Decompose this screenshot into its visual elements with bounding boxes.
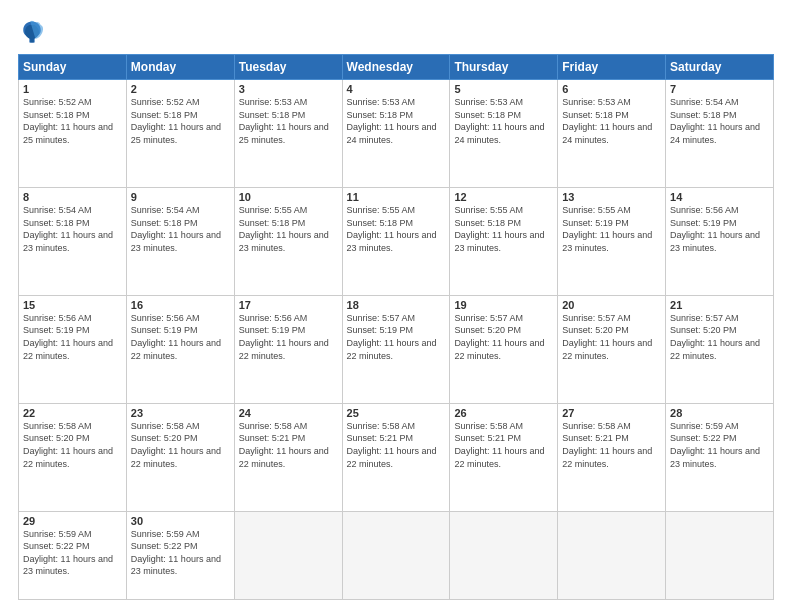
day-info: Sunrise: 5:58 AMSunset: 5:20 PMDaylight:… — [23, 421, 113, 469]
calendar-week-5: 29 Sunrise: 5:59 AMSunset: 5:22 PMDaylig… — [19, 511, 774, 599]
calendar-cell-20: 20 Sunrise: 5:57 AMSunset: 5:20 PMDaylig… — [558, 295, 666, 403]
day-info: Sunrise: 5:55 AMSunset: 5:18 PMDaylight:… — [454, 205, 544, 253]
day-number: 3 — [239, 83, 338, 95]
day-info: Sunrise: 5:58 AMSunset: 5:21 PMDaylight:… — [454, 421, 544, 469]
day-info: Sunrise: 5:53 AMSunset: 5:18 PMDaylight:… — [562, 97, 652, 145]
calendar-cell-empty — [666, 511, 774, 599]
day-number: 19 — [454, 299, 553, 311]
day-number: 8 — [23, 191, 122, 203]
page: SundayMondayTuesdayWednesdayThursdayFrid… — [0, 0, 792, 612]
day-number: 17 — [239, 299, 338, 311]
calendar-cell-1: 1 Sunrise: 5:52 AMSunset: 5:18 PMDayligh… — [19, 80, 127, 188]
calendar-cell-2: 2 Sunrise: 5:52 AMSunset: 5:18 PMDayligh… — [126, 80, 234, 188]
calendar-cell-4: 4 Sunrise: 5:53 AMSunset: 5:18 PMDayligh… — [342, 80, 450, 188]
calendar-cell-empty — [558, 511, 666, 599]
calendar-cell-18: 18 Sunrise: 5:57 AMSunset: 5:19 PMDaylig… — [342, 295, 450, 403]
day-info: Sunrise: 5:53 AMSunset: 5:18 PMDaylight:… — [347, 97, 437, 145]
day-number: 26 — [454, 407, 553, 419]
day-number: 15 — [23, 299, 122, 311]
calendar-cell-11: 11 Sunrise: 5:55 AMSunset: 5:18 PMDaylig… — [342, 187, 450, 295]
day-info: Sunrise: 5:54 AMSunset: 5:18 PMDaylight:… — [23, 205, 113, 253]
day-number: 16 — [131, 299, 230, 311]
day-number: 10 — [239, 191, 338, 203]
calendar-cell-15: 15 Sunrise: 5:56 AMSunset: 5:19 PMDaylig… — [19, 295, 127, 403]
day-number: 13 — [562, 191, 661, 203]
calendar-week-1: 1 Sunrise: 5:52 AMSunset: 5:18 PMDayligh… — [19, 80, 774, 188]
day-info: Sunrise: 5:55 AMSunset: 5:19 PMDaylight:… — [562, 205, 652, 253]
calendar-cell-19: 19 Sunrise: 5:57 AMSunset: 5:20 PMDaylig… — [450, 295, 558, 403]
day-info: Sunrise: 5:57 AMSunset: 5:20 PMDaylight:… — [670, 313, 760, 361]
calendar-cell-empty — [342, 511, 450, 599]
calendar-cell-21: 21 Sunrise: 5:57 AMSunset: 5:20 PMDaylig… — [666, 295, 774, 403]
calendar-week-4: 22 Sunrise: 5:58 AMSunset: 5:20 PMDaylig… — [19, 403, 774, 511]
calendar-cell-13: 13 Sunrise: 5:55 AMSunset: 5:19 PMDaylig… — [558, 187, 666, 295]
calendar-cell-14: 14 Sunrise: 5:56 AMSunset: 5:19 PMDaylig… — [666, 187, 774, 295]
day-number: 12 — [454, 191, 553, 203]
day-number: 29 — [23, 515, 122, 527]
logo — [18, 18, 50, 46]
day-info: Sunrise: 5:59 AMSunset: 5:22 PMDaylight:… — [23, 529, 113, 577]
day-info: Sunrise: 5:56 AMSunset: 5:19 PMDaylight:… — [131, 313, 221, 361]
calendar-cell-25: 25 Sunrise: 5:58 AMSunset: 5:21 PMDaylig… — [342, 403, 450, 511]
header — [18, 18, 774, 46]
calendar-cell-10: 10 Sunrise: 5:55 AMSunset: 5:18 PMDaylig… — [234, 187, 342, 295]
day-number: 11 — [347, 191, 446, 203]
calendar-header-monday: Monday — [126, 55, 234, 80]
calendar-cell-6: 6 Sunrise: 5:53 AMSunset: 5:18 PMDayligh… — [558, 80, 666, 188]
day-info: Sunrise: 5:59 AMSunset: 5:22 PMDaylight:… — [670, 421, 760, 469]
day-number: 2 — [131, 83, 230, 95]
day-number: 1 — [23, 83, 122, 95]
calendar-cell-16: 16 Sunrise: 5:56 AMSunset: 5:19 PMDaylig… — [126, 295, 234, 403]
calendar-cell-27: 27 Sunrise: 5:58 AMSunset: 5:21 PMDaylig… — [558, 403, 666, 511]
calendar-cell-28: 28 Sunrise: 5:59 AMSunset: 5:22 PMDaylig… — [666, 403, 774, 511]
day-info: Sunrise: 5:58 AMSunset: 5:20 PMDaylight:… — [131, 421, 221, 469]
calendar-cell-8: 8 Sunrise: 5:54 AMSunset: 5:18 PMDayligh… — [19, 187, 127, 295]
day-number: 22 — [23, 407, 122, 419]
day-number: 7 — [670, 83, 769, 95]
calendar-cell-17: 17 Sunrise: 5:56 AMSunset: 5:19 PMDaylig… — [234, 295, 342, 403]
day-info: Sunrise: 5:54 AMSunset: 5:18 PMDaylight:… — [670, 97, 760, 145]
day-info: Sunrise: 5:53 AMSunset: 5:18 PMDaylight:… — [454, 97, 544, 145]
day-number: 18 — [347, 299, 446, 311]
calendar-header-row: SundayMondayTuesdayWednesdayThursdayFrid… — [19, 55, 774, 80]
calendar-cell-3: 3 Sunrise: 5:53 AMSunset: 5:18 PMDayligh… — [234, 80, 342, 188]
calendar-header-sunday: Sunday — [19, 55, 127, 80]
calendar-cell-5: 5 Sunrise: 5:53 AMSunset: 5:18 PMDayligh… — [450, 80, 558, 188]
calendar-header-saturday: Saturday — [666, 55, 774, 80]
calendar-week-2: 8 Sunrise: 5:54 AMSunset: 5:18 PMDayligh… — [19, 187, 774, 295]
logo-icon — [18, 18, 46, 46]
calendar-cell-24: 24 Sunrise: 5:58 AMSunset: 5:21 PMDaylig… — [234, 403, 342, 511]
day-info: Sunrise: 5:53 AMSunset: 5:18 PMDaylight:… — [239, 97, 329, 145]
day-info: Sunrise: 5:52 AMSunset: 5:18 PMDaylight:… — [131, 97, 221, 145]
day-number: 4 — [347, 83, 446, 95]
calendar-week-3: 15 Sunrise: 5:56 AMSunset: 5:19 PMDaylig… — [19, 295, 774, 403]
day-info: Sunrise: 5:59 AMSunset: 5:22 PMDaylight:… — [131, 529, 221, 577]
day-info: Sunrise: 5:58 AMSunset: 5:21 PMDaylight:… — [562, 421, 652, 469]
calendar-header-friday: Friday — [558, 55, 666, 80]
day-number: 21 — [670, 299, 769, 311]
calendar-cell-22: 22 Sunrise: 5:58 AMSunset: 5:20 PMDaylig… — [19, 403, 127, 511]
day-info: Sunrise: 5:57 AMSunset: 5:19 PMDaylight:… — [347, 313, 437, 361]
day-number: 6 — [562, 83, 661, 95]
calendar-cell-30: 30 Sunrise: 5:59 AMSunset: 5:22 PMDaylig… — [126, 511, 234, 599]
day-info: Sunrise: 5:58 AMSunset: 5:21 PMDaylight:… — [347, 421, 437, 469]
calendar-cell-empty — [450, 511, 558, 599]
day-number: 20 — [562, 299, 661, 311]
day-number: 25 — [347, 407, 446, 419]
calendar-table: SundayMondayTuesdayWednesdayThursdayFrid… — [18, 54, 774, 600]
day-number: 28 — [670, 407, 769, 419]
day-number: 27 — [562, 407, 661, 419]
day-number: 23 — [131, 407, 230, 419]
calendar-cell-7: 7 Sunrise: 5:54 AMSunset: 5:18 PMDayligh… — [666, 80, 774, 188]
day-number: 14 — [670, 191, 769, 203]
day-info: Sunrise: 5:56 AMSunset: 5:19 PMDaylight:… — [239, 313, 329, 361]
day-info: Sunrise: 5:57 AMSunset: 5:20 PMDaylight:… — [454, 313, 544, 361]
calendar-cell-12: 12 Sunrise: 5:55 AMSunset: 5:18 PMDaylig… — [450, 187, 558, 295]
day-number: 30 — [131, 515, 230, 527]
day-info: Sunrise: 5:57 AMSunset: 5:20 PMDaylight:… — [562, 313, 652, 361]
day-number: 24 — [239, 407, 338, 419]
calendar-cell-26: 26 Sunrise: 5:58 AMSunset: 5:21 PMDaylig… — [450, 403, 558, 511]
day-info: Sunrise: 5:56 AMSunset: 5:19 PMDaylight:… — [23, 313, 113, 361]
calendar-cell-23: 23 Sunrise: 5:58 AMSunset: 5:20 PMDaylig… — [126, 403, 234, 511]
day-info: Sunrise: 5:54 AMSunset: 5:18 PMDaylight:… — [131, 205, 221, 253]
